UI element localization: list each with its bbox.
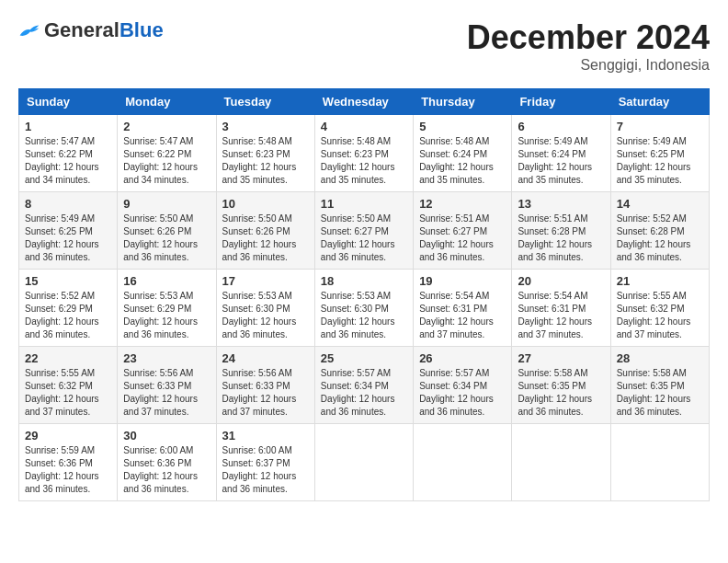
calendar-cell: 8Sunrise: 5:49 AMSunset: 6:25 PMDaylight… xyxy=(19,192,118,270)
day-number: 14 xyxy=(617,197,703,211)
page-header: GeneralBlue December 2024 Senggigi, Indo… xyxy=(18,18,710,74)
weekday-header: Sunday xyxy=(19,89,118,115)
calendar-header-row: SundayMondayTuesdayWednesdayThursdayFrid… xyxy=(19,89,710,115)
calendar-week-row: 22Sunrise: 5:55 AMSunset: 6:32 PMDayligh… xyxy=(19,347,710,424)
calendar-cell: 9Sunrise: 5:50 AMSunset: 6:26 PMDaylight… xyxy=(118,192,216,270)
calendar-cell: 14Sunrise: 5:52 AMSunset: 6:28 PMDayligh… xyxy=(610,192,709,270)
calendar-cell: 15Sunrise: 5:52 AMSunset: 6:29 PMDayligh… xyxy=(19,270,118,347)
day-number: 17 xyxy=(222,274,309,288)
cell-content: Sunrise: 5:57 AMSunset: 6:34 PMDaylight:… xyxy=(419,367,506,419)
logo-bird-icon xyxy=(18,22,40,39)
cell-content: Sunrise: 6:00 AMSunset: 6:36 PMDaylight:… xyxy=(123,444,210,496)
calendar-cell: 7Sunrise: 5:49 AMSunset: 6:25 PMDaylight… xyxy=(610,115,709,192)
calendar-cell: 17Sunrise: 5:53 AMSunset: 6:30 PMDayligh… xyxy=(216,270,314,347)
cell-content: Sunrise: 6:00 AMSunset: 6:37 PMDaylight:… xyxy=(222,444,309,496)
day-number: 24 xyxy=(222,351,309,365)
calendar-cell: 2Sunrise: 5:47 AMSunset: 6:22 PMDaylight… xyxy=(118,115,216,192)
day-number: 22 xyxy=(25,351,111,365)
day-number: 3 xyxy=(222,120,309,133)
cell-content: Sunrise: 5:53 AMSunset: 6:30 PMDaylight:… xyxy=(321,290,407,341)
calendar-week-row: 1Sunrise: 5:47 AMSunset: 6:22 PMDaylight… xyxy=(19,115,710,192)
cell-content: Sunrise: 5:54 AMSunset: 6:31 PMDaylight:… xyxy=(518,290,604,341)
month-title: December 2024 xyxy=(467,18,710,57)
calendar-cell: 3Sunrise: 5:48 AMSunset: 6:23 PMDaylight… xyxy=(216,115,314,192)
calendar-cell: 31Sunrise: 6:00 AMSunset: 6:37 PMDayligh… xyxy=(216,424,314,501)
calendar-week-row: 8Sunrise: 5:49 AMSunset: 6:25 PMDaylight… xyxy=(19,192,710,270)
day-number: 23 xyxy=(123,351,210,365)
cell-content: Sunrise: 5:48 AMSunset: 6:23 PMDaylight:… xyxy=(321,135,407,187)
calendar-cell: 22Sunrise: 5:55 AMSunset: 6:32 PMDayligh… xyxy=(19,347,118,424)
cell-content: Sunrise: 5:52 AMSunset: 6:28 PMDaylight:… xyxy=(617,213,703,264)
cell-content: Sunrise: 5:54 AMSunset: 6:31 PMDaylight:… xyxy=(419,290,506,341)
cell-content: Sunrise: 5:51 AMSunset: 6:27 PMDaylight:… xyxy=(419,213,506,264)
cell-content: Sunrise: 5:47 AMSunset: 6:22 PMDaylight:… xyxy=(25,135,111,187)
cell-content: Sunrise: 5:56 AMSunset: 6:33 PMDaylight:… xyxy=(222,367,309,419)
day-number: 20 xyxy=(518,274,604,288)
calendar-cell xyxy=(314,424,413,501)
calendar-cell: 4Sunrise: 5:48 AMSunset: 6:23 PMDaylight… xyxy=(314,115,413,192)
cell-content: Sunrise: 5:57 AMSunset: 6:34 PMDaylight:… xyxy=(321,367,407,419)
cell-content: Sunrise: 5:55 AMSunset: 6:32 PMDaylight:… xyxy=(25,367,111,419)
day-number: 13 xyxy=(518,197,604,211)
day-number: 11 xyxy=(321,197,407,211)
cell-content: Sunrise: 5:49 AMSunset: 6:25 PMDaylight:… xyxy=(617,135,703,187)
cell-content: Sunrise: 5:52 AMSunset: 6:29 PMDaylight:… xyxy=(25,290,111,341)
day-number: 5 xyxy=(419,120,506,133)
cell-content: Sunrise: 5:47 AMSunset: 6:22 PMDaylight:… xyxy=(123,135,210,187)
calendar-cell: 20Sunrise: 5:54 AMSunset: 6:31 PMDayligh… xyxy=(512,270,610,347)
day-number: 8 xyxy=(25,197,111,211)
cell-content: Sunrise: 5:49 AMSunset: 6:24 PMDaylight:… xyxy=(518,135,604,187)
calendar-cell: 30Sunrise: 6:00 AMSunset: 6:36 PMDayligh… xyxy=(118,424,216,501)
calendar-cell xyxy=(610,424,709,501)
calendar-cell: 21Sunrise: 5:55 AMSunset: 6:32 PMDayligh… xyxy=(610,270,709,347)
cell-content: Sunrise: 5:55 AMSunset: 6:32 PMDaylight:… xyxy=(617,290,703,341)
day-number: 9 xyxy=(123,197,210,211)
day-number: 29 xyxy=(25,429,111,442)
day-number: 15 xyxy=(25,274,111,288)
calendar-cell: 11Sunrise: 5:50 AMSunset: 6:27 PMDayligh… xyxy=(314,192,413,270)
calendar-cell: 5Sunrise: 5:48 AMSunset: 6:24 PMDaylight… xyxy=(414,115,512,192)
cell-content: Sunrise: 5:50 AMSunset: 6:26 PMDaylight:… xyxy=(222,213,309,264)
weekday-header: Thursday xyxy=(414,89,512,115)
day-number: 2 xyxy=(123,120,210,133)
cell-content: Sunrise: 5:58 AMSunset: 6:35 PMDaylight:… xyxy=(617,367,703,419)
cell-content: Sunrise: 5:53 AMSunset: 6:29 PMDaylight:… xyxy=(123,290,210,341)
day-number: 28 xyxy=(617,351,703,365)
calendar-week-row: 15Sunrise: 5:52 AMSunset: 6:29 PMDayligh… xyxy=(19,270,710,347)
calendar-cell: 29Sunrise: 5:59 AMSunset: 6:36 PMDayligh… xyxy=(19,424,118,501)
calendar-cell xyxy=(414,424,512,501)
calendar-cell: 24Sunrise: 5:56 AMSunset: 6:33 PMDayligh… xyxy=(216,347,314,424)
cell-content: Sunrise: 5:56 AMSunset: 6:33 PMDaylight:… xyxy=(123,367,210,419)
title-area: December 2024 Senggigi, Indonesia xyxy=(467,18,710,74)
calendar-table: SundayMondayTuesdayWednesdayThursdayFrid… xyxy=(18,88,710,501)
day-number: 19 xyxy=(419,274,506,288)
cell-content: Sunrise: 5:51 AMSunset: 6:28 PMDaylight:… xyxy=(518,213,604,264)
logo-text: GeneralBlue xyxy=(44,18,164,42)
weekday-header: Friday xyxy=(512,89,610,115)
calendar-week-row: 29Sunrise: 5:59 AMSunset: 6:36 PMDayligh… xyxy=(19,424,710,501)
calendar-cell: 1Sunrise: 5:47 AMSunset: 6:22 PMDaylight… xyxy=(19,115,118,192)
calendar-cell: 28Sunrise: 5:58 AMSunset: 6:35 PMDayligh… xyxy=(610,347,709,424)
calendar-cell: 23Sunrise: 5:56 AMSunset: 6:33 PMDayligh… xyxy=(118,347,216,424)
day-number: 31 xyxy=(222,429,309,442)
day-number: 26 xyxy=(419,351,506,365)
cell-content: Sunrise: 5:50 AMSunset: 6:27 PMDaylight:… xyxy=(321,213,407,264)
logo: GeneralBlue xyxy=(18,18,164,42)
calendar-cell: 6Sunrise: 5:49 AMSunset: 6:24 PMDaylight… xyxy=(512,115,610,192)
day-number: 12 xyxy=(419,197,506,211)
cell-content: Sunrise: 5:48 AMSunset: 6:23 PMDaylight:… xyxy=(222,135,309,187)
calendar-cell: 12Sunrise: 5:51 AMSunset: 6:27 PMDayligh… xyxy=(414,192,512,270)
day-number: 1 xyxy=(25,120,111,133)
calendar-cell: 27Sunrise: 5:58 AMSunset: 6:35 PMDayligh… xyxy=(512,347,610,424)
weekday-header: Monday xyxy=(118,89,216,115)
calendar-cell: 18Sunrise: 5:53 AMSunset: 6:30 PMDayligh… xyxy=(314,270,413,347)
calendar-cell xyxy=(512,424,610,501)
calendar-cell: 19Sunrise: 5:54 AMSunset: 6:31 PMDayligh… xyxy=(414,270,512,347)
cell-content: Sunrise: 5:53 AMSunset: 6:30 PMDaylight:… xyxy=(222,290,309,341)
calendar-cell: 10Sunrise: 5:50 AMSunset: 6:26 PMDayligh… xyxy=(216,192,314,270)
calendar-cell: 25Sunrise: 5:57 AMSunset: 6:34 PMDayligh… xyxy=(314,347,413,424)
cell-content: Sunrise: 5:59 AMSunset: 6:36 PMDaylight:… xyxy=(25,444,111,496)
cell-content: Sunrise: 5:58 AMSunset: 6:35 PMDaylight:… xyxy=(518,367,604,419)
cell-content: Sunrise: 5:48 AMSunset: 6:24 PMDaylight:… xyxy=(419,135,506,187)
day-number: 30 xyxy=(123,429,210,442)
